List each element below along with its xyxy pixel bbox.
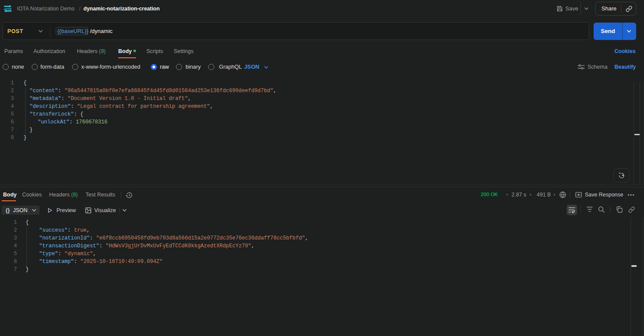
svg-text:HTTP: HTTP <box>4 7 11 11</box>
